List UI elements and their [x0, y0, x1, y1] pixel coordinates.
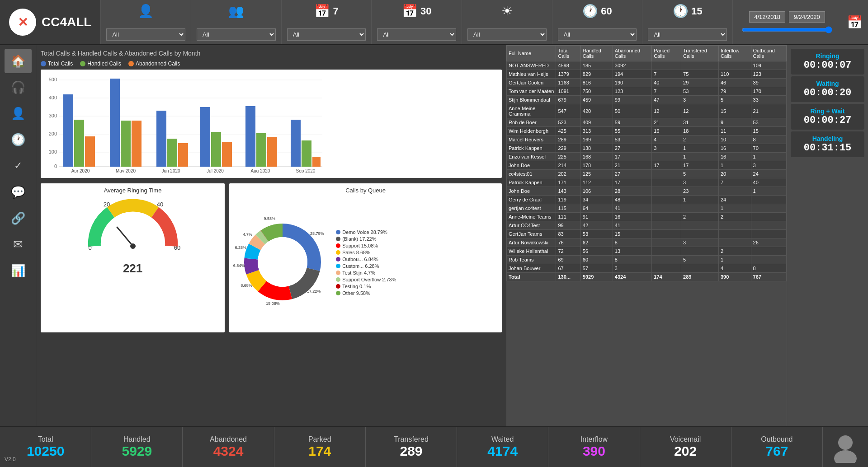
col-name: Full Name — [507, 46, 556, 61]
main-content: Total Calls & Handled Calls & Abandoned … — [36, 45, 868, 426]
table-cell-4-6: 5 — [718, 96, 751, 104]
table-cell-2-2: 816 — [580, 79, 613, 87]
sidebar-item-mail[interactable]: ✉ — [5, 232, 32, 257]
table-cell-15-6: 24 — [718, 196, 751, 204]
header-number-2: 7 — [333, 5, 338, 17]
table-scroll[interactable]: Full Name Total Calls Handled Calls Aban… — [506, 45, 787, 426]
sidebar-item-headset[interactable]: 🎧 — [5, 75, 32, 99]
header-number-3: 30 — [420, 5, 431, 17]
header-select-6[interactable]: All — [648, 28, 727, 41]
table-cell-17-6: 2 — [718, 213, 751, 221]
table-cell-4-0: Stijn Blommendaal — [507, 96, 556, 104]
header-icon-3: 📅 — [402, 4, 418, 19]
sidebar-item-clock[interactable]: 🕐 — [5, 127, 32, 152]
table-cell-23-2: 57 — [580, 264, 613, 273]
table-cell-14-2: 106 — [580, 187, 613, 196]
donut-legend-item: Custom... 6.28% — [336, 263, 396, 269]
table-cell-19-3: 15 — [613, 230, 651, 238]
bar-sep-total — [291, 120, 301, 167]
table-cell-15-5: 1 — [681, 196, 719, 204]
table-cell-0-6 — [718, 61, 751, 70]
data-table: Full Name Total Calls Handled Calls Aban… — [506, 45, 787, 281]
header-col-top: 🕐 15 — [673, 4, 702, 19]
table-cell-2-1: 1163 — [556, 79, 580, 87]
table-cell-12-0: cc4stest01 — [507, 170, 556, 178]
table-cell-12-1: 202 — [556, 170, 580, 178]
bar-jun-abandoned — [178, 143, 188, 167]
header: ✕ CC4ALL 👤 All 👥 All 📅 7 All 📅 30 — [0, 0, 868, 45]
sidebar-item-share[interactable]: 🔗 — [5, 206, 32, 230]
donut-legend-dot — [336, 284, 340, 289]
header-select-2[interactable]: All — [287, 28, 366, 41]
donut-segment-label: 17.22% — [307, 289, 321, 294]
table-cell-11-5: 17 — [681, 161, 719, 170]
table-cell-9-6: 16 — [718, 144, 751, 153]
header-col-1: 👥 All — [191, 0, 281, 44]
table-cell-17-5: 2 — [681, 213, 719, 221]
col-abandoned: Abanonned Calls — [613, 46, 651, 61]
metrics-panel: Ringing 00:00:07 Waiting 00:00:20 Ring +… — [787, 45, 868, 426]
bar-aug-abandoned — [267, 137, 277, 167]
table-cell-8-4: 4 — [652, 135, 681, 144]
table-cell-21-2: 56 — [580, 247, 613, 256]
sidebar-item-home[interactable]: 🏠 — [5, 49, 32, 73]
handling-box: Handeling 00:31:15 — [791, 131, 864, 157]
table-cell-3-5: 53 — [681, 87, 719, 96]
footer-stat-value-6: 390 — [583, 444, 605, 459]
table-row: Johan Bouwer6757348 — [507, 264, 787, 273]
table-cell-9-1: 229 — [556, 144, 580, 153]
date-range-slider[interactable] — [742, 26, 832, 33]
table-cell-13-0: Patrick Kappen — [507, 178, 556, 187]
sidebar-item-check[interactable]: ✓ — [5, 154, 32, 178]
table-cell-23-7: 8 — [751, 264, 786, 273]
bar-apr-total — [63, 94, 73, 167]
svg-text:Aug 2020: Aug 2020 — [251, 168, 270, 173]
header-icon-5: 🕐 — [582, 4, 598, 19]
sidebar-item-chart[interactable]: 📊 — [5, 258, 32, 283]
legend-abandoned-label: Abandonned Calls — [136, 61, 180, 67]
table-cell-6-3: 59 — [613, 118, 651, 127]
svg-text:60: 60 — [174, 244, 180, 251]
header-select-5[interactable]: All — [558, 28, 637, 41]
col-outbound: Outbound Calls — [751, 46, 786, 61]
table-cell-3-3: 123 — [613, 87, 651, 96]
date-from-button[interactable]: 4/12/2018 — [749, 11, 785, 23]
header-select-3[interactable]: All — [377, 28, 456, 41]
table-cell-12-2: 125 — [580, 170, 613, 178]
table-cell-7-3: 55 — [613, 127, 651, 135]
table-cell-7-4: 16 — [652, 127, 681, 135]
footer-stat-value-2: 4324 — [213, 444, 244, 459]
date-to-button[interactable]: 9/24/2020 — [789, 11, 825, 23]
header-select-1[interactable]: All — [197, 28, 276, 41]
header-col-5: 🕐 60 All — [552, 0, 642, 44]
table-cell-5-6: 15 — [718, 104, 751, 118]
waiting-label: Waiting — [794, 80, 861, 87]
bar-may-abandoned — [132, 121, 142, 167]
table-cell-3-0: Tom van der Maaten — [507, 87, 556, 96]
table-cell-0-0: NOT ANSWERED — [507, 61, 556, 70]
bar-jul-abandoned — [222, 142, 232, 167]
main-chart-title: Total Calls & Handled Calls & Abandoned … — [41, 50, 502, 57]
donut-legend-item: Testing 0.1% — [336, 284, 396, 289]
table-cell-1-2: 829 — [580, 70, 613, 79]
header-col-top: 📅 7 — [314, 4, 338, 19]
table-row: John Doe21417821171713 — [507, 161, 787, 170]
footer-stat-label-5: Waited — [491, 435, 514, 444]
header-select-4[interactable]: All — [467, 28, 547, 41]
ringing-label: Ringing — [794, 52, 861, 60]
sidebar-item-chat[interactable]: 💬 — [5, 180, 32, 204]
table-cell-9-4: 3 — [652, 144, 681, 153]
sidebar: 🏠 🎧 👤 🕐 ✓ 💬 🔗 ✉ 📊 — [0, 45, 36, 426]
donut-legend-label: (Blank) 17.22% — [342, 236, 376, 242]
table-cell-13-2: 112 — [580, 178, 613, 187]
table-cell-6-4: 21 — [652, 118, 681, 127]
donut-chart: Calls by Queue 28.79%17.22%15.08%8.68%6.… — [229, 183, 502, 332]
sidebar-item-user[interactable]: 👤 — [5, 101, 32, 126]
gauge-chart: Average Ringing Time — [41, 183, 225, 332]
total-cell-6: 390 — [718, 273, 751, 281]
header-select-0[interactable]: All — [106, 28, 185, 41]
table-cell-18-0: Artur CC4Test — [507, 221, 556, 230]
donut-legend-label: Support 15.08% — [342, 243, 378, 248]
footer-stat-label-3: Parked — [308, 435, 331, 444]
donut-legend: Demo Voice 28.79%(Blank) 17.22%Support 1… — [336, 229, 396, 296]
